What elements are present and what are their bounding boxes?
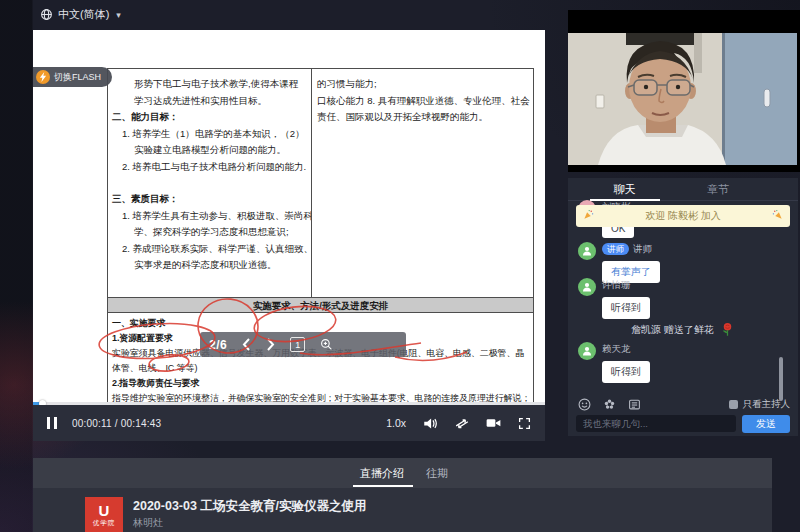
language-selector[interactable]: 中文(简体) ▾ [40,7,121,22]
slide-right-column: 的习惯与能力; 口核心能力 8. 具有理解职业道德、专业伦理、社会 责任、国际观… [312,69,533,297]
username: 讲师 讲师 [602,242,660,256]
language-label: 中文(简体) [58,7,109,22]
camera-button[interactable] [486,417,501,429]
active-tab-underline [353,485,413,487]
pause-button[interactable] [47,417,57,429]
switch-flash-label: 切换FLASH [54,71,101,84]
emoji-button[interactable] [578,398,591,411]
tab-chat[interactable]: 聊天 [588,178,661,201]
chat-message: 赖天龙 听得到 [578,342,650,383]
tab-past-sessions[interactable]: 往期 [413,458,461,488]
avatar [578,342,596,360]
only-host-label: 只看主持人 [743,398,791,411]
globe-icon [40,8,53,21]
chat-message: 许怡珊 听得到 [578,278,650,319]
line-switch-icon [455,417,469,430]
speaker-icon [423,417,438,430]
send-button[interactable]: 发送 [742,415,790,433]
list-board-icon [628,398,641,411]
only-host-toggle[interactable]: 只看主持人 [729,398,791,411]
avatar [578,278,596,296]
line-switch-button[interactable] [455,417,469,430]
tab-chapters[interactable]: 章节 [688,178,748,201]
slide-section-header: 实施要求、方法/形式及进度安排 [108,297,533,313]
logo-text: 优学院 [93,519,116,527]
welcome-banner: 欢迎 陈毅彬 加入 [576,205,790,227]
chat-input-row: 发送 [576,415,790,433]
page-number-input[interactable] [290,337,305,352]
flower-icon [603,398,616,411]
camera-icon [486,417,501,429]
next-page-button[interactable] [266,338,275,351]
announcement-button[interactable] [628,398,641,411]
welcome-banner-text: 欢迎 陈毅彬 加入 [645,209,721,223]
username: 许怡珊 [602,278,650,292]
chat-tabs: 聊天 章节 [568,178,798,201]
bottom-tab-bar: 直播介绍 往期 [33,458,772,488]
playback-speed-button[interactable]: 1.0x [386,417,406,429]
slide-body: 一、实施要求 1.资源配置要求 实验室须具备电源供应器、信号发生器、万用数字表、… [108,313,533,402]
message-bubble: 听得到 [602,297,650,319]
message-bubble: 听得到 [602,361,650,383]
fullscreen-button[interactable] [518,417,531,430]
player-controls: 00:00:11 / 00:14:43 1.0x [33,405,545,441]
chat-message: 讲师 讲师 有掌声了 [578,242,660,283]
app-window: 中文(简体) ▾ 形势下电工与电子技术教学,使得本课程 学习达成先进性和实用性目… [0,0,800,532]
lightning-icon [36,70,50,84]
page-indicator: 2/6 [209,338,227,352]
chat-toolbar: 只看主持人 [578,397,790,412]
gift-notice-text: 詹凯源 赠送了鲜花 [631,323,714,337]
rose-icon [720,322,735,337]
chat-message-input[interactable] [576,415,736,432]
webcam-frame [568,10,800,172]
slide-left-column: 形势下电工与电子技术教学,使得本课程 学习达成先进性和实用性目标。 二、能力目标… [108,69,312,297]
chevron-left-icon [242,338,251,351]
username: 赖天龙 [602,342,650,356]
chat-scrollbar[interactable] [779,357,783,401]
course-info[interactable]: U 优学院 2020-03-03 工场安全教育/实验仪器之使用 林明灶 [33,488,772,532]
switch-flash-button[interactable]: 切换FLASH [33,67,112,87]
only-host-checkbox[interactable] [729,400,738,409]
chevron-down-icon: ▾ [116,10,121,20]
course-title: 2020-03-03 工场安全教育/实验仪器之使用 [133,498,366,515]
gift-notice: 詹凯源 赠送了鲜花 [568,322,798,337]
school-logo: U 优学院 [85,497,123,532]
logo-mark: U [99,503,110,518]
lecturer-badge: 讲师 [602,243,629,255]
smiley-icon [578,398,591,411]
magnifier-icon [320,338,333,351]
prev-page-button[interactable] [242,338,251,351]
chevron-right-icon [266,338,275,351]
zoom-button[interactable] [320,338,333,351]
tab-live-intro[interactable]: 直播介绍 [352,458,412,488]
course-author: 林明灶 [133,516,163,530]
party-popper-icon [583,209,594,220]
volume-button[interactable] [423,417,438,430]
webcam-video [568,33,797,165]
chat-panel: 聊天 章节 刘晓彬 OK 欢迎 陈毅彬 加入 讲师 [568,178,798,436]
page-nav-overlay: 2/6 [200,332,406,357]
party-popper-icon [772,209,783,220]
time-display: 00:00:11 / 00:14:43 [72,418,161,429]
video-player[interactable]: 形势下电工与电子技术教学,使得本课程 学习达成先进性和实用性目标。 二、能力目标… [33,30,545,441]
avatar [578,242,596,260]
gift-flower-button[interactable] [603,398,616,411]
fullscreen-icon [518,417,531,430]
